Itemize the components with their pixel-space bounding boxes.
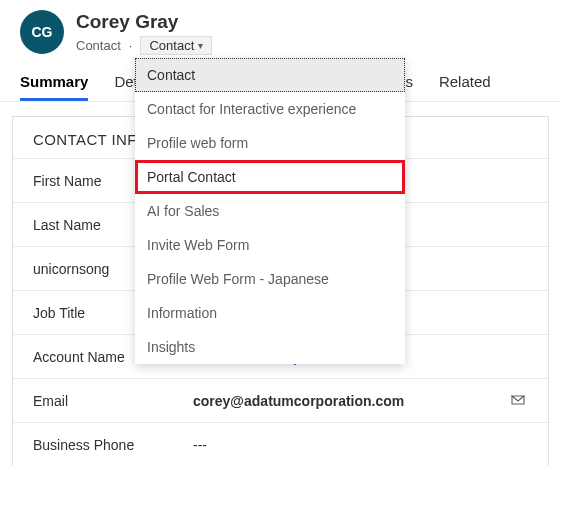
dropdown-item-profile-web-form[interactable]: Profile web form: [135, 126, 405, 160]
form-switcher[interactable]: Contact ▾: [140, 36, 212, 55]
field-label: Business Phone: [33, 437, 193, 453]
tab-summary[interactable]: Summary: [20, 73, 88, 101]
record-name: Corey Gray: [76, 10, 541, 34]
subtitle-row: Contact · Contact ▾: [76, 36, 541, 55]
form-switcher-label: Contact: [149, 38, 194, 53]
email-action-icon[interactable]: [510, 392, 528, 410]
field-business-phone[interactable]: Business Phone ---: [13, 422, 548, 466]
separator: ·: [129, 38, 133, 53]
dropdown-item-profile-japanese[interactable]: Profile Web Form - Japanese: [135, 262, 405, 296]
tab-related[interactable]: Related: [439, 73, 491, 101]
form-switcher-dropdown: Contact Contact for Interactive experien…: [135, 58, 405, 364]
dropdown-item-invite-web-form[interactable]: Invite Web Form: [135, 228, 405, 262]
record-header: CG Corey Gray Contact · Contact ▾: [0, 0, 561, 55]
avatar: CG: [20, 10, 64, 54]
dropdown-item-contact[interactable]: Contact: [135, 58, 405, 92]
dropdown-item-portal-contact[interactable]: Portal Contact: [135, 160, 405, 194]
field-value[interactable]: corey@adatumcorporation.com: [193, 393, 510, 409]
dropdown-item-information[interactable]: Information: [135, 296, 405, 330]
entity-label: Contact: [76, 38, 121, 53]
field-email[interactable]: Email corey@adatumcorporation.com: [13, 378, 548, 422]
dropdown-item-insights[interactable]: Insights: [135, 330, 405, 364]
chevron-down-icon: ▾: [198, 40, 203, 51]
field-value[interactable]: ---: [193, 437, 528, 453]
field-label: Email: [33, 393, 193, 409]
title-block: Corey Gray Contact · Contact ▾: [76, 10, 541, 55]
dropdown-item-ai-sales[interactable]: AI for Sales: [135, 194, 405, 228]
dropdown-item-interactive[interactable]: Contact for Interactive experience: [135, 92, 405, 126]
